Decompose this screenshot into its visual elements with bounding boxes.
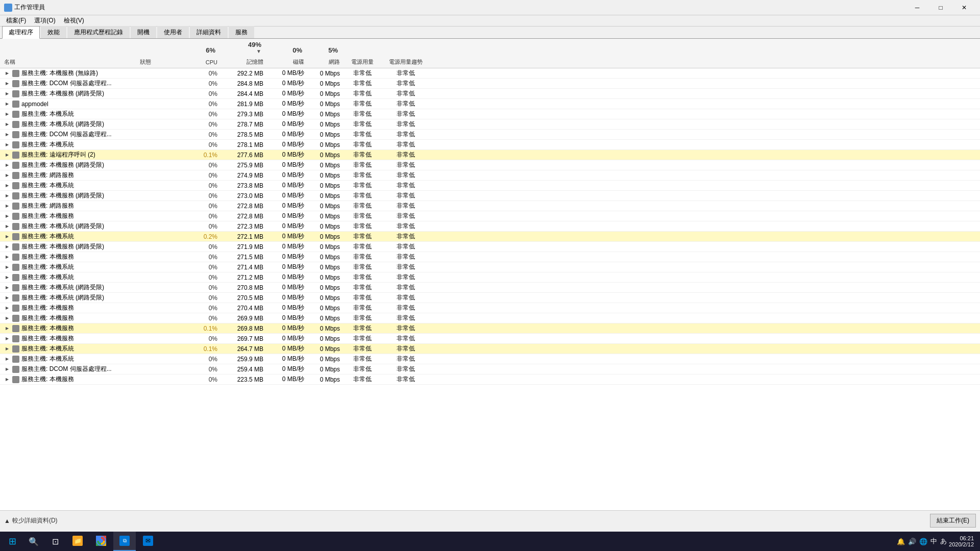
- ime-icon[interactable]: あ: [940, 537, 947, 546]
- expand-icon[interactable]: ▶: [4, 274, 10, 281]
- expand-icon[interactable]: ▶: [4, 213, 10, 219]
- minimize-button[interactable]: ─: [905, 0, 929, 15]
- table-row[interactable]: ▶ 服務主機: DCOM 伺服器處理程... 0% 278.5 MB 0 MB/…: [0, 130, 980, 140]
- table-row[interactable]: ▶ 服務主機: 本機服務 0% 271.5 MB 0 MB/秒 0 Mbps 非…: [0, 252, 980, 262]
- table-row[interactable]: ▶ 服務主機: 本機服務 0% 269.9 MB 0 MB/秒 0 Mbps 非…: [0, 313, 980, 323]
- table-row[interactable]: ▶ 服務主機: 本機服務 0% 269.7 MB 0 MB/秒 0 Mbps 非…: [0, 334, 980, 344]
- col-header-power[interactable]: 電源用量: [342, 57, 383, 67]
- table-row[interactable]: ▶ 服務主機: 本機系統 (網路受限) 0% 270.8 MB 0 MB/秒 0…: [0, 283, 980, 293]
- taskbar-chrome[interactable]: [90, 532, 112, 551]
- volume-icon[interactable]: 🔊: [908, 538, 916, 545]
- taskbar-mail[interactable]: ✉: [137, 532, 159, 551]
- expand-icon[interactable]: ▶: [4, 223, 10, 230]
- expand-icon[interactable]: ▶: [4, 193, 10, 199]
- expand-icon[interactable]: ▶: [4, 244, 10, 250]
- table-row[interactable]: ▶ 服務主機: 本機服務 0% 272.8 MB 0 MB/秒 0 Mbps 非…: [0, 211, 980, 221]
- table-row[interactable]: ▶ 服務主機: 本機系統 (網路受限) 0% 272.3 MB 0 MB/秒 0…: [0, 221, 980, 232]
- expand-icon[interactable]: ▶: [4, 346, 10, 352]
- restore-button[interactable]: □: [929, 0, 952, 15]
- expand-icon[interactable]: ▶: [4, 295, 10, 301]
- search-button[interactable]: 🔍: [23, 532, 44, 551]
- menu-file[interactable]: 檔案(F): [2, 15, 30, 26]
- col-header-status[interactable]: 狀態: [138, 57, 179, 67]
- table-row[interactable]: ▶ 服務主機: 本機系統 0% 271.4 MB 0 MB/秒 0 Mbps 非…: [0, 262, 980, 272]
- expand-icon[interactable]: ▶: [4, 142, 10, 148]
- expand-icon[interactable]: ▶: [4, 336, 10, 342]
- col-header-name[interactable]: 名稱: [0, 57, 138, 67]
- mem-usage-header[interactable]: 49% ▼: [222, 41, 261, 54]
- notification-icon[interactable]: 🔔: [897, 538, 905, 545]
- table-row[interactable]: ▶ 服務主機: 網路服務 0% 272.8 MB 0 MB/秒 0 Mbps 非…: [0, 201, 980, 211]
- expand-icon[interactable]: ▶: [4, 315, 10, 321]
- table-row[interactable]: ▶ 服務主機: 本機服務 0% 270.4 MB 0 MB/秒 0 Mbps 非…: [0, 303, 980, 313]
- tab-startup[interactable]: 開機: [131, 26, 156, 38]
- col-header-disk[interactable]: 磁碟: [265, 57, 306, 67]
- expand-icon[interactable]: ▶: [4, 183, 10, 189]
- expand-icon[interactable]: ▶: [4, 377, 10, 383]
- table-row[interactable]: ▶ 服務主機: 本機系統 0.2% 272.1 MB 0 MB/秒 0 Mbps…: [0, 232, 980, 242]
- table-row[interactable]: ▶ 服務主機: 網路服務 0% 274.9 MB 0 MB/秒 0 Mbps 非…: [0, 170, 980, 181]
- table-row[interactable]: ▶ 服務主機: 本機服務 0% 223.5 MB 0 MB/秒 0 Mbps 非…: [0, 374, 980, 385]
- table-row[interactable]: ▶ 服務主機: DCOM 伺服器處理程... 0% 259.4 MB 0 MB/…: [0, 364, 980, 374]
- expand-icon[interactable]: ▶: [4, 91, 10, 97]
- table-row[interactable]: ▶ 服務主機: 本機系統 0% 279.3 MB 0 MB/秒 0 Mbps 非…: [0, 109, 980, 119]
- taskbar-task-manager[interactable]: ⧉: [113, 532, 136, 551]
- expand-icon[interactable]: ▶: [4, 325, 10, 332]
- tab-processes[interactable]: 處理程序: [2, 26, 40, 39]
- less-detail-button[interactable]: ▲ 較少詳細資料(D): [4, 516, 58, 525]
- menu-view[interactable]: 檢視(V): [60, 15, 88, 26]
- expand-icon[interactable]: ▶: [4, 366, 10, 372]
- table-row[interactable]: ▶ 服務主機: 本機服務 (網路受限) 0% 275.9 MB 0 MB/秒 0…: [0, 160, 980, 170]
- expand-icon[interactable]: ▶: [4, 356, 10, 362]
- tab-services[interactable]: 服務: [229, 26, 254, 38]
- taskbar-file-explorer[interactable]: 📁: [66, 532, 89, 551]
- expand-icon[interactable]: ▶: [4, 121, 10, 128]
- expand-icon[interactable]: ▶: [4, 172, 10, 179]
- expand-icon[interactable]: ▶: [4, 152, 10, 158]
- expand-icon[interactable]: ▶: [4, 132, 10, 138]
- expand-icon[interactable]: ▶: [4, 234, 10, 240]
- tab-users[interactable]: 使用者: [157, 26, 189, 38]
- taskbar-clock[interactable]: 06:21 2020/2/12: [949, 535, 974, 547]
- expand-icon[interactable]: ▶: [4, 305, 10, 311]
- expand-icon[interactable]: ▶: [4, 101, 10, 107]
- table-row[interactable]: ▶ 服務主機: 本機系統 0% 259.9 MB 0 MB/秒 0 Mbps 非…: [0, 354, 980, 364]
- expand-icon[interactable]: ▶: [4, 70, 10, 77]
- task-view-button[interactable]: ⊡: [45, 532, 65, 551]
- expand-icon[interactable]: ▶: [4, 81, 10, 87]
- table-row[interactable]: ▶ 服務主機: 本機服務 0.1% 269.8 MB 0 MB/秒 0 Mbps…: [0, 323, 980, 334]
- expand-icon[interactable]: ▶: [4, 264, 10, 270]
- expand-icon[interactable]: ▶: [4, 162, 10, 168]
- table-row[interactable]: ▶ 服務主機: 本機服務 (網路受限) 0% 273.0 MB 0 MB/秒 0…: [0, 191, 980, 201]
- table-row[interactable]: ▶ 服務主機: 本機系統 (網路受限) 0% 278.7 MB 0 MB/秒 0…: [0, 119, 980, 130]
- table-row[interactable]: ▶ 服務主機: 遠端程序呼叫 (2) 0.1% 277.6 MB 0 MB/秒 …: [0, 150, 980, 160]
- table-row[interactable]: ▶ appmodel 0% 281.9 MB 0 MB/秒 0 Mbps 非常低…: [0, 99, 980, 109]
- tab-performance[interactable]: 效能: [41, 26, 66, 38]
- table-row[interactable]: ▶ 服務主機: 本機服務 (網路受限) 0% 284.4 MB 0 MB/秒 0…: [0, 89, 980, 99]
- net-usage-header[interactable]: 5%: [308, 46, 338, 54]
- disk-usage-header[interactable]: 0%: [267, 46, 302, 54]
- col-header-mem[interactable]: 記憶體: [219, 57, 265, 67]
- col-header-cpu[interactable]: CPU: [179, 58, 219, 66]
- tab-details[interactable]: 詳細資料: [190, 26, 228, 38]
- table-row[interactable]: ▶ 服務主機: 本機服務 (網路受限) 0% 271.9 MB 0 MB/秒 0…: [0, 242, 980, 252]
- table-row[interactable]: ▶ 服務主機: 本機系統 (網路受限) 0% 270.5 MB 0 MB/秒 0…: [0, 293, 980, 303]
- network-icon[interactable]: 🌐: [919, 538, 927, 545]
- expand-icon[interactable]: ▶: [4, 203, 10, 209]
- col-header-power-trend[interactable]: 電源用量趨勢: [383, 57, 429, 67]
- close-button[interactable]: ✕: [952, 0, 976, 15]
- table-row[interactable]: ▶ 服務主機: 本機系統 0% 278.1 MB 0 MB/秒 0 Mbps 非…: [0, 140, 980, 150]
- col-header-net[interactable]: 網路: [306, 57, 342, 67]
- table-row[interactable]: ▶ 服務主機: 本機系統 0% 271.2 MB 0 MB/秒 0 Mbps 非…: [0, 272, 980, 283]
- table-row[interactable]: ▶ 服務主機: DCOM 伺服器處理程... 0% 284.8 MB 0 MB/…: [0, 79, 980, 89]
- expand-icon[interactable]: ▶: [4, 285, 10, 291]
- language-indicator[interactable]: 中: [930, 537, 937, 546]
- expand-icon[interactable]: ▶: [4, 111, 10, 117]
- expand-icon[interactable]: ▶: [4, 254, 10, 260]
- end-task-button[interactable]: 結束工作(E): [930, 514, 976, 528]
- menu-options[interactable]: 選項(O): [30, 15, 59, 26]
- table-row[interactable]: ▶ 服務主機: 本機系統 0.1% 264.7 MB 0 MB/秒 0 Mbps…: [0, 344, 980, 354]
- cpu-usage-header[interactable]: 6%: [181, 46, 215, 54]
- tab-app-history[interactable]: 應用程式歷程記錄: [67, 26, 130, 38]
- table-row[interactable]: ▶ 服務主機: 本機系統 0% 273.8 MB 0 MB/秒 0 Mbps 非…: [0, 181, 980, 191]
